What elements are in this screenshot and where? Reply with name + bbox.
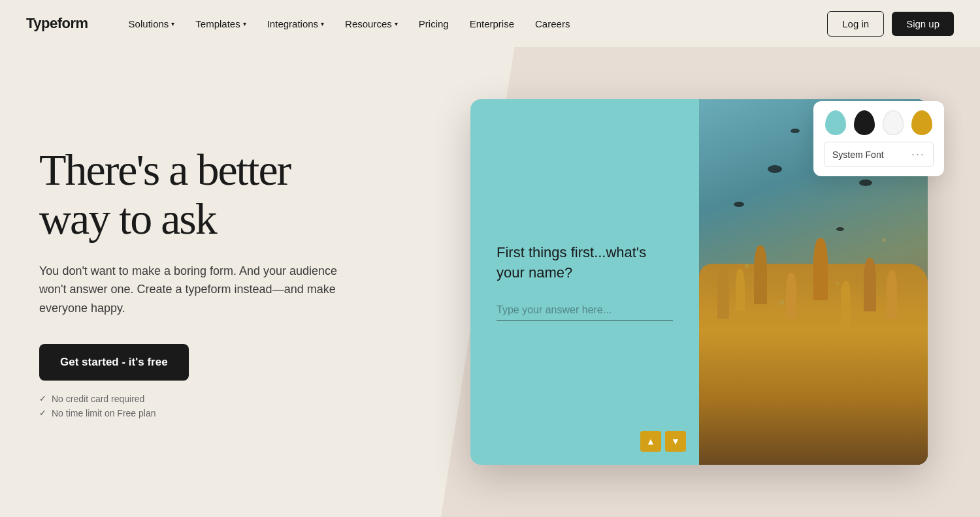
hero-perks: ✓ No credit card required ✓ No time limi… (39, 394, 353, 418)
swatch-white[interactable] (883, 110, 904, 135)
color-swatches (824, 110, 934, 135)
fish-3 (734, 202, 744, 207)
next-arrow-button[interactable]: ▼ (665, 431, 686, 452)
form-left-panel: First things first...what's your name? T… (470, 99, 699, 465)
font-selector[interactable]: System Font ··· (824, 142, 934, 167)
login-button[interactable]: Log in (827, 11, 884, 37)
nav-item-careers[interactable]: Careers (526, 13, 579, 35)
fish-4 (859, 180, 872, 186)
perk-1: ✓ No credit card required (39, 394, 353, 404)
more-options-icon: ··· (911, 148, 925, 161)
nav-item-enterprise[interactable]: Enterprise (461, 13, 523, 35)
color-picker-widget: System Font ··· (813, 101, 944, 176)
coral-finger-5 (813, 238, 828, 300)
form-input-area[interactable]: Type your answer here... (497, 304, 673, 321)
form-question: First things first...what's your name? (497, 243, 673, 283)
swatch-gold[interactable] (911, 110, 932, 135)
particle-4 (779, 300, 784, 305)
chevron-down-icon: ▾ (321, 20, 324, 27)
prev-arrow-button[interactable]: ▲ (640, 431, 661, 452)
coral-finger-4 (786, 273, 796, 319)
hero-section: There's a better way to ask You don't wa… (0, 0, 980, 517)
nav-links: Solutions ▾ Templates ▾ Integrations ▾ R… (120, 13, 828, 35)
nav-item-solutions[interactable]: Solutions ▾ (120, 13, 184, 35)
nav-actions: Log in Sign up (827, 11, 954, 37)
fish-1 (768, 165, 782, 173)
nav-item-integrations[interactable]: Integrations ▾ (258, 13, 333, 35)
particle-3 (882, 238, 885, 242)
navbar: Typeform Solutions ▾ Templates ▾ Integra… (0, 0, 980, 47)
particle-1 (745, 264, 749, 268)
check-icon: ✓ (39, 408, 46, 418)
particle-2 (836, 282, 839, 285)
font-label: System Font (832, 149, 884, 160)
nav-item-templates[interactable]: Templates ▾ (186, 13, 255, 35)
check-icon: ✓ (39, 394, 46, 403)
fish-5 (791, 129, 800, 133)
hero-right-content: System Font ··· First things first...wha… (392, 0, 980, 517)
chevron-down-icon: ▾ (171, 20, 174, 27)
chevron-down-icon: ▾ (395, 20, 398, 27)
signup-button[interactable]: Sign up (892, 12, 954, 36)
coral-finger-2 (736, 269, 745, 311)
brand-logo[interactable]: Typeform (26, 15, 88, 32)
form-nav-arrows: ▲ ▼ (640, 431, 686, 452)
swatch-teal[interactable] (825, 110, 846, 135)
chevron-down-icon: ▾ (243, 20, 246, 27)
hero-left-content: There's a better way to ask You don't wa… (0, 0, 392, 517)
nav-item-resources[interactable]: Resources ▾ (336, 13, 407, 35)
hero-headline: There's a better way to ask (39, 146, 353, 243)
perk-2: ✓ No time limit on Free plan (39, 408, 353, 418)
cta-button[interactable]: Get started - it's free (39, 344, 189, 381)
swatch-black[interactable] (854, 110, 875, 135)
form-input-placeholder: Type your answer here... (497, 304, 612, 315)
coral-finger-1 (717, 266, 729, 319)
coral-finger-7 (864, 258, 876, 311)
coral-finger-8 (887, 270, 897, 319)
hero-subtext: You don't want to make a boring form. An… (39, 262, 353, 318)
coral-finger-3 (754, 245, 767, 304)
nav-item-pricing[interactable]: Pricing (410, 13, 458, 35)
fish-6 (836, 227, 844, 231)
coral-finger-6 (841, 281, 851, 326)
